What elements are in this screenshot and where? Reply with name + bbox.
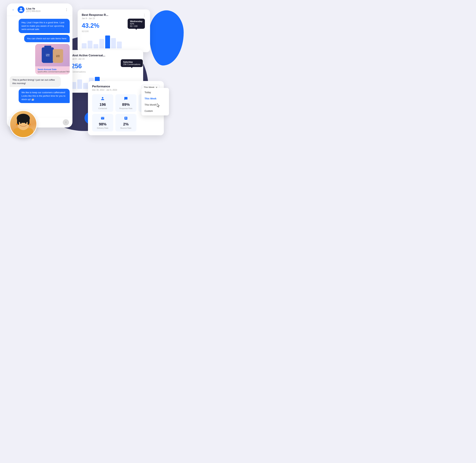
contacted-icon xyxy=(101,97,104,101)
message-in-1: This is perfect timing! I just ran out c… xyxy=(10,76,61,87)
avatar xyxy=(18,6,25,13)
response-more-button[interactable]: ⋮ xyxy=(143,13,146,17)
product-image: CoffeeBeans CoffeeBeans xyxy=(35,44,70,66)
svg-point-7 xyxy=(25,122,27,124)
bar-1 xyxy=(88,41,92,48)
saturday-value: 256 Conversations xyxy=(123,63,140,66)
svg-point-9 xyxy=(29,124,30,125)
performance-title: Performance xyxy=(92,85,117,88)
delivery-rate-value: 98% xyxy=(99,122,106,126)
message-out-1: Hey, Lisa! I hope this is a good time. I… xyxy=(19,19,70,33)
response-rate-value: 89% xyxy=(122,102,130,107)
best-response-card: ⋮ Best Response R... Jan 9 - Jan 15 43.2… xyxy=(78,9,150,52)
contact-phone: (217) 555-0113 xyxy=(26,10,64,12)
message-out-2: You can check out our sale items here: xyxy=(24,35,70,42)
conv-bar-1 xyxy=(77,80,82,89)
more-button[interactable]: ⋮ xyxy=(64,7,69,12)
contact-name: Lisa Ye xyxy=(26,7,64,10)
chat-header: ‹ Lisa Ye (217) 555-0113 ⋮ xyxy=(7,3,73,16)
tooltip-day: Wednesday xyxy=(130,20,142,23)
blue-shape-right xyxy=(149,10,184,65)
conversations-title: Most Active Conversat... xyxy=(71,54,139,57)
wednesday-tooltip: Wednesday 92% 92 / 100 xyxy=(128,19,145,29)
conversations-label: Conversations xyxy=(71,71,139,73)
avatar-icon xyxy=(19,8,23,12)
scene: ‹ Lisa Ye (217) 555-0113 ⋮ Hey, Lisa! I … xyxy=(0,0,190,155)
back-button[interactable]: ‹ xyxy=(10,7,16,12)
chat-messages: Hey, Lisa! I hope this is a good time. I… xyxy=(7,16,73,117)
period-dropdown-menu: Today This Week This Month Custom xyxy=(141,88,169,116)
svg-point-6 xyxy=(20,122,22,124)
bounce-rate-value: 2% xyxy=(123,122,129,126)
coffee-bag-2: CoffeeBeans xyxy=(53,49,63,63)
contacted-value: 196 xyxy=(100,102,106,107)
metric-bounce-rate: 2% Bounce Rate xyxy=(115,114,137,132)
performance-date: Dec 30, 2022 - Jan 6, 2023 xyxy=(92,89,117,91)
dropdown-item-this-month[interactable]: This Month xyxy=(141,102,169,108)
conv-bar-2 xyxy=(83,83,88,89)
metric-contacted: 196 Contacted xyxy=(92,94,113,112)
bag-1-label: CoffeeBeans xyxy=(46,54,50,57)
response-bar-chart xyxy=(82,35,146,48)
response-rate-label: Response Rate xyxy=(119,107,132,109)
metric-response-rate: 89% Response Rate xyxy=(115,94,137,112)
contact-info: Lisa Ye (217) 555-0113 xyxy=(26,7,64,12)
bar-5 xyxy=(111,38,116,48)
card-footer: Semi-Annual Sale sparkcoffee.com/semiann… xyxy=(35,66,70,74)
tooltip-percent: 92% xyxy=(130,23,142,25)
message-out-3: We like to keep our customers caffeinate… xyxy=(19,89,70,103)
product-card: CoffeeBeans CoffeeBeans Semi-Annual Sale… xyxy=(35,44,70,74)
bar-6 xyxy=(117,42,122,48)
bar-3 xyxy=(99,39,104,48)
bar-0 xyxy=(82,43,87,48)
delivery-rate-label: Delivery Rate xyxy=(97,127,108,129)
saturday-tooltip: Saturday 256 Conversations xyxy=(121,59,143,67)
profile-photo xyxy=(9,110,37,138)
contacted-label: Contacted xyxy=(98,107,107,109)
card-link: sparkcoffee.com/semiannualsale/78812 xyxy=(37,71,67,73)
response-sub-label: 92/100 xyxy=(82,30,146,33)
metric-delivery-rate: 98% Delivery Rate xyxy=(92,114,113,132)
delivery-rate-icon xyxy=(101,116,104,121)
response-rate-icon xyxy=(124,97,128,101)
dropdown-item-today[interactable]: Today xyxy=(141,89,169,96)
profile-placeholder xyxy=(10,111,37,137)
dropdown-item-custom[interactable]: Custom xyxy=(141,108,169,114)
card-title: Semi-Annual Sale xyxy=(37,68,67,71)
response-card-title: Best Response R... xyxy=(82,13,146,17)
svg-point-8 xyxy=(16,124,18,125)
tooltip-fraction: 92 / 100 xyxy=(130,25,142,27)
performance-title-group: Performance Dec 30, 2022 - Jan 6, 2023 xyxy=(92,85,117,91)
send-button[interactable]: ↑ xyxy=(63,119,69,125)
bar-4-active xyxy=(105,36,110,48)
bounce-rate-label: Bounce Rate xyxy=(120,127,131,129)
dropdown-item-this-week[interactable]: This Week xyxy=(141,96,169,102)
chat-panel: ‹ Lisa Ye (217) 555-0113 ⋮ Hey, Lisa! I … xyxy=(7,3,73,127)
coffee-bags: CoffeeBeans CoffeeBeans xyxy=(42,47,63,63)
bar-2 xyxy=(93,44,98,48)
person-illustration xyxy=(10,111,37,137)
coffee-bag-1: CoffeeBeans xyxy=(42,47,54,63)
bounce-rate-icon xyxy=(124,116,128,121)
bag-2-label: CoffeeBeans xyxy=(56,55,60,57)
saturday-day: Saturday xyxy=(123,61,140,63)
